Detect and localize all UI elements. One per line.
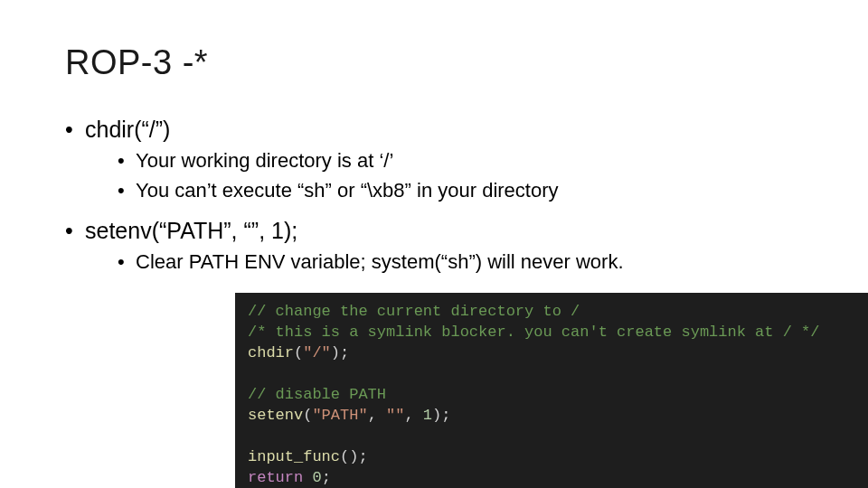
code-arg-chdir: "/" [303,344,331,361]
code-fn-setenv: setenv [248,407,303,424]
bullet-1-sub-2: You can’t execute “sh” or “\xb8” in your… [118,177,803,205]
code-kw-return: return [248,469,303,486]
bullet-2-sub: Clear PATH ENV variable; system(“sh”) wi… [85,249,803,277]
bullet-2-text: setenv(“PATH”, “”, 1); [85,218,297,243]
bullet-1-sub-1: Your working directory is at ‘/’ [118,147,803,175]
slide-title: ROP-3 -* [65,43,803,82]
code-line-5: // disable PATH [248,386,386,403]
bullet-1: chdir(“/”) Your working directory is at … [65,113,803,205]
code-line-2: /* this is a symlink blocker. you can't … [248,324,820,341]
bullet-2-sub-1: Clear PATH ENV variable; system(“sh”) wi… [118,249,803,277]
code-arg-setenv-3: 1 [423,407,432,424]
code-block: // change the current directory to / /* … [235,293,868,488]
bullet-list: chdir(“/”) Your working directory is at … [65,113,803,277]
slide: ROP-3 -* chdir(“/”) Your working directo… [0,0,868,488]
code-arg-setenv-1: "PATH" [312,407,367,424]
bullet-2: setenv(“PATH”, “”, 1); Clear PATH ENV va… [65,214,803,277]
code-fn-chdir: chdir [248,344,294,361]
bullet-1-text: chdir(“/”) [85,117,170,142]
code-return-val: 0 [312,469,321,486]
bullet-1-sub: Your working directory is at ‘/’ You can… [85,147,803,205]
code-arg-setenv-2: "" [386,407,404,424]
code-line-1: // change the current directory to / [248,303,580,320]
code-fn-input: input_func [248,448,340,465]
